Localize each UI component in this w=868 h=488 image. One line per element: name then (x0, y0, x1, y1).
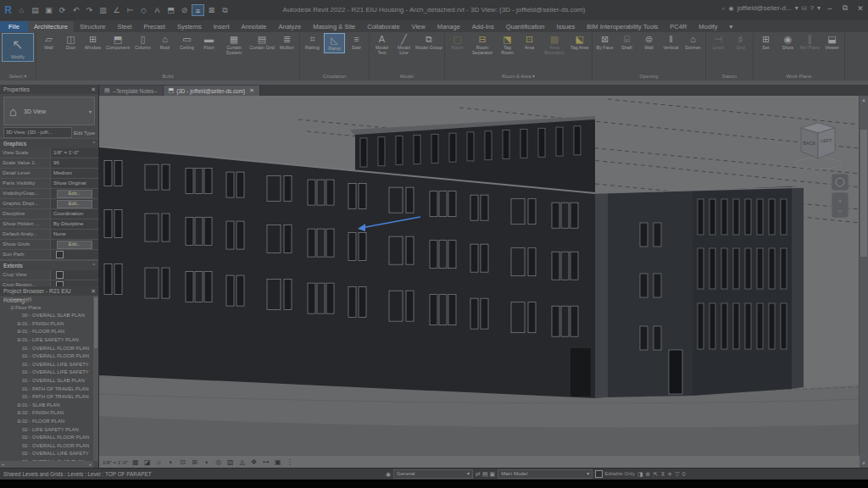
browser-item-01-path-of-travel-plan[interactable]: 01 - PATH OF TRAVEL PLAN (0, 393, 93, 402)
area-button[interactable]: ⊡Area (519, 33, 540, 52)
ribbon-tab-bim-interoperability-tools[interactable]: BIM Interoperability Tools (581, 21, 664, 32)
tag-area-button[interactable]: ⬕Tag Area (569, 33, 590, 52)
revit-logo-icon[interactable]: R (2, 4, 14, 16)
expander-icon[interactable]: ⊞ (16, 409, 22, 418)
extents-section-header[interactable]: Extents^ (0, 260, 98, 270)
app-store-icon[interactable]: ⛁ (802, 5, 807, 12)
exclude-options-icon[interactable]: ◨ (637, 469, 643, 480)
edit-button[interactable]: Edit... (57, 190, 92, 198)
close-hidden-windows-icon[interactable]: ⊠ (205, 4, 218, 16)
edit-button[interactable]: Edit... (57, 200, 92, 208)
browser-item-02-finish-plan[interactable]: ⊞02 - FINISH PLAN (0, 409, 93, 418)
section-icon[interactable]: ⊘ (178, 4, 191, 16)
property-row-discipline[interactable]: DisciplineCoordination (0, 209, 98, 219)
browser-item-00-overall-slab-plan[interactable]: 00 - OVERALL SLAB PLAN (0, 312, 93, 320)
restore-button[interactable]: ⧉ (839, 3, 851, 13)
ribbon-tab-modify[interactable]: Modify (693, 21, 723, 32)
browser-item-02-overall-floor-plan[interactable]: 02 - OVERALL FLOOR PLAN (0, 434, 93, 442)
property-row-detail-level[interactable]: Detail LevelMedium (0, 169, 98, 179)
view-tab[interactable]: ⬒{3D - joffield@seiler-ds.com}✕ (164, 86, 260, 96)
ceiling-button[interactable]: ▭Ceiling (176, 33, 198, 52)
ribbon-tab-architecture[interactable]: Architecture (28, 21, 74, 32)
close-button[interactable]: ✕ (854, 4, 866, 13)
default-3d-view-icon[interactable]: ⬒ (164, 4, 177, 16)
expander-icon[interactable]: ⊟ (3, 296, 8, 304)
curtain-system-button[interactable]: ▦Curtain System (220, 33, 248, 57)
print-icon[interactable]: ▥ (97, 4, 109, 16)
select-pinned-icon[interactable]: ⊼ (660, 469, 665, 480)
temporary-view-properties-icon[interactable]: ▧ (225, 458, 235, 466)
temporary-hide-isolate-icon[interactable]: ◖ (202, 458, 211, 466)
set-button[interactable]: ⊞Set (755, 33, 776, 52)
vertical-button[interactable]: ‖Vertical (660, 33, 682, 52)
area-boundary-button[interactable]: ▩Area Boundary (541, 33, 568, 57)
ribbon-tab-insert[interactable]: Insert (208, 21, 236, 32)
tag-room-button[interactable]: ⬔Tag Room (497, 33, 518, 57)
minimize-button[interactable]: – (824, 4, 836, 13)
open-icon[interactable]: ▤ (29, 4, 42, 16)
property-row-show-hidden[interactable]: Show Hidden ...By Discipline (0, 219, 98, 230)
drag-on-selection-icon[interactable]: ✛ (667, 469, 672, 480)
mullion-button[interactable]: ≣Mullion (276, 33, 298, 52)
design-option-dropdown[interactable]: Main Model▾ (498, 469, 593, 479)
edit-button[interactable]: Edit... (57, 241, 92, 249)
navigation-bar[interactable]: + − (832, 174, 849, 218)
browser-item-01-slab-plan[interactable]: ⊞01 - SLAB PLAN (0, 402, 93, 410)
room-button[interactable]: ▢Room (447, 33, 468, 52)
wall-button[interactable]: ⊜Wall (638, 33, 659, 52)
type-selector[interactable]: ⌂ 3D View ▾ (3, 97, 95, 125)
view-scale-button[interactable]: 1/8" = 1'-0" (103, 459, 128, 465)
property-row-sun-path[interactable]: Sun Path (0, 250, 98, 260)
browser-item-02-floor-plan[interactable]: ⊞02 - FLOOR PLAN (0, 418, 93, 426)
close-icon[interactable]: ✕ (91, 85, 96, 94)
visual-style-icon[interactable]: ◪ (142, 458, 152, 466)
stair-button[interactable]: ≡Stair (346, 33, 367, 52)
door-button[interactable]: ◫Door (60, 33, 81, 52)
property-row-crop-view[interactable]: Crop View (0, 270, 98, 280)
sync-with-central-icon[interactable]: ⟳ (56, 4, 69, 16)
expander-icon[interactable]: ⊟ (9, 304, 15, 313)
more-icon[interactable]: ⋮ (285, 458, 294, 466)
selection-count[interactable]: 0 (682, 469, 686, 480)
edit-type-button[interactable]: Edit Type (74, 130, 95, 136)
browser-item-01-overall-life-safety[interactable]: 01 - OVERALL LIFE SAFETY (0, 361, 93, 369)
browser-item-01-path-of-travel-plan[interactable]: 01 - PATH OF TRAVEL PLAN (0, 385, 93, 394)
expander-icon[interactable]: ⊞ (16, 402, 22, 410)
search-icon[interactable]: ⌕ (722, 5, 726, 12)
tag-by-category-icon[interactable]: ◇ (137, 4, 150, 16)
floor-button[interactable]: ▬Floor (198, 33, 220, 52)
chevron-down-icon[interactable]: ▾ (817, 4, 821, 12)
browser-vertical-scrollbar[interactable] (93, 296, 98, 461)
ribbon-tab-analyze[interactable]: Analyze (273, 21, 308, 32)
account-name[interactable]: joffield@seiler-d... (737, 4, 792, 12)
crop-view-icon[interactable]: ⊡ (178, 458, 187, 466)
filter-icon[interactable]: ▽ (675, 469, 679, 480)
component-button[interactable]: ⬒Component (104, 33, 131, 52)
reveal-constraints-icon[interactable]: ⊶ (261, 458, 270, 466)
worksets-icon[interactable]: ▤ (482, 469, 488, 480)
browser-horizontal-scrollbar[interactable]: ◂▸ (0, 461, 93, 468)
curtain-grid-button[interactable]: ▤Curtain Grid (248, 33, 275, 52)
expander-icon[interactable]: ⊞ (16, 328, 22, 336)
browser-item-floor-plans[interactable]: ⊟Floor Plans (0, 304, 93, 313)
view-tab[interactable]: ▤--Template Notes-- (99, 86, 164, 96)
shaft-button[interactable]: ⌻Shaft (616, 33, 637, 52)
3d-view-canvas[interactable]: BACK LEFT + − (99, 96, 860, 468)
browser-item-01-overall-floor-plan[interactable]: 01 - OVERALL FLOOR PLAN (0, 352, 93, 361)
ribbon-tab-pc4r[interactable]: PC4R (664, 21, 693, 32)
property-row-view-scale[interactable]: View Scale1/8" = 1'-0" (0, 148, 98, 158)
model-line-button[interactable]: ╱Model Line (393, 33, 415, 57)
viewer-button[interactable]: ⬓Viewer (821, 33, 843, 52)
home-icon[interactable]: ⌂ (15, 4, 28, 16)
dormer-button[interactable]: ⌂Dormer (682, 33, 704, 52)
close-view-icon[interactable]: ✕ (249, 87, 253, 94)
by-face-button[interactable]: ⊠By Face (594, 33, 615, 52)
ribbon-tab-structure[interactable]: Structure (74, 21, 111, 32)
ribbon-tab-annotate[interactable]: Annotate (235, 21, 272, 32)
canvas-vertical-scrollbar[interactable]: ▲▼ (859, 96, 868, 468)
switch-windows-icon[interactable]: ⧉ (219, 4, 231, 16)
checkbox[interactable] (56, 271, 64, 279)
help-icon[interactable]: ? (810, 4, 814, 12)
ribbon-tab-massing-site[interactable]: Massing & Site (307, 21, 361, 32)
ribbon-tab-[interactable]: ▾ (723, 21, 738, 32)
